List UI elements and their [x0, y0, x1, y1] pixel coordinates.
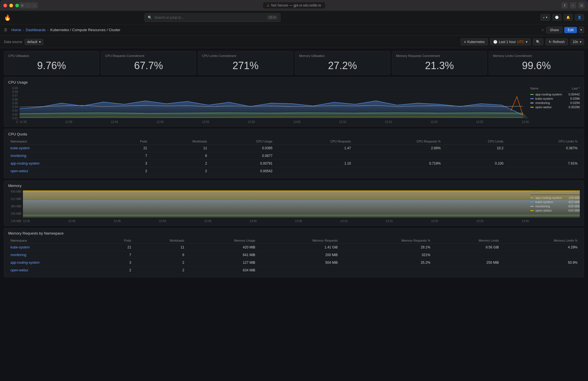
col-workloads: Workloads	[149, 139, 209, 144]
app-routing-val: 0.00442	[568, 93, 580, 96]
cpu-requests-cell: 1.10	[275, 160, 353, 167]
legend-last-col: Last *	[572, 87, 580, 90]
grafana-logo-icon[interactable]: 🔥	[4, 14, 11, 21]
cpu-req-value: 67.7%	[105, 60, 192, 72]
maximize-button[interactable]	[15, 4, 19, 7]
pods-cell: 2	[113, 167, 149, 175]
cpu-chart-area: 0.09 0.08 0.07 0.06 0.05 0.04 0.03 0.02 …	[8, 87, 529, 124]
mem-requests-pct-cell: 29.1%	[340, 244, 433, 251]
sidebar-toggle-icon[interactable]: ⊞	[19, 2, 25, 8]
plus-button[interactable]: + ▾	[540, 14, 550, 21]
cpu-requests-pct-cell	[353, 152, 443, 160]
share-button[interactable]: Share	[546, 27, 563, 33]
clock-icon: 🕐	[555, 16, 559, 19]
stat-card-mem-limits: Memory Limits Commitment 99.6%	[489, 51, 584, 75]
memory-title: Memory	[8, 184, 580, 188]
zoom-icon: 🔍	[536, 40, 540, 44]
namespace-cell[interactable]: monitoring	[8, 251, 101, 259]
col-cpu-limits: CPU Limits	[443, 139, 506, 144]
open-webui-color	[530, 107, 534, 108]
cpu-quota-table: Namespace Pods Workloads CPU Usage CPU R…	[8, 139, 580, 175]
namespace-cell[interactable]: open-webui	[8, 267, 101, 274]
legend-item-kube-system: kube-system 0.0396	[530, 97, 580, 100]
memory-requests-header-row: Namespace Pods Workloads Memory Usage Me…	[8, 238, 580, 244]
breadcrumb-sep-2: ›	[47, 28, 48, 32]
cpu-requests-cell	[275, 152, 353, 160]
mem-req-title: Memory Requests Commitment	[396, 54, 483, 58]
address-bar: ⚠ Not Secure — gpt-ui-sdv.netlib.re	[263, 2, 325, 8]
pods-cell: 7	[113, 152, 149, 160]
refresh-interval-select[interactable]: 10s ▾	[570, 39, 584, 45]
cpu-limits-cell	[443, 152, 506, 160]
cpu-usage-panel: CPU Usage 0.09 0.08 0.07 0.06 0.05 0.04 …	[4, 77, 584, 127]
clock-icon: 🕐	[493, 40, 497, 44]
grid-icon[interactable]: ⊞	[578, 2, 585, 8]
memory-plot	[23, 190, 580, 218]
avatar-button[interactable]: 👤	[575, 14, 584, 21]
home-link[interactable]: Home	[11, 28, 21, 32]
dashboards-link[interactable]: Dashboards	[26, 28, 46, 32]
share-icon[interactable]: ⬆	[561, 2, 568, 8]
namespace-cell[interactable]: app-routing-system	[8, 160, 113, 167]
nav-right: ☆ Share Edit ▾	[541, 27, 584, 33]
col-cpu-usage: CPU Usage	[209, 139, 275, 144]
mem-monitoring-name: monitoring	[535, 205, 550, 208]
mem-lim-title: Memory Limits Commitment	[493, 54, 580, 58]
data-source-select[interactable]: default ▾	[25, 39, 43, 45]
mem-open-webui-val: 634 MiB	[568, 209, 580, 212]
namespace-cell[interactable]: open-webui	[8, 167, 113, 175]
refresh-label: Refresh	[553, 40, 565, 44]
mem-limits-cell: 250 MiB	[433, 259, 501, 267]
new-tab-icon[interactable]: +	[570, 2, 576, 8]
plus-chevron-icon: ▾	[546, 16, 548, 19]
minimize-button[interactable]	[9, 4, 13, 7]
namespace-cell[interactable]: app-routing-system	[8, 259, 101, 267]
mem-kube-system-val: 422 MiB	[568, 200, 580, 204]
bell-button[interactable]: 🔔	[564, 14, 573, 21]
cpu-requests-pct-cell: 2.68%	[353, 144, 443, 152]
cpu-limits-cell: 0.100	[443, 160, 506, 167]
cpu-limits-cell	[443, 167, 506, 175]
grafana-header: 🔥 🔍 Search or jump to... ⌘+k + ▾ 🕐 🔔 👤	[0, 11, 588, 24]
back-icon[interactable]: ‹	[25, 2, 31, 8]
mem-legend-open-webui: open-webui 634 MiB	[530, 209, 580, 212]
pods-cell: 21	[101, 244, 134, 251]
plus-icon: +	[543, 16, 545, 19]
refresh-button[interactable]: ↻ Refresh	[546, 39, 568, 45]
cpu-usage-title: CPU Usage	[8, 80, 580, 84]
table-row: open-webui 2 2 634 MiB	[8, 267, 580, 274]
namespace-cell[interactable]: kube-system	[8, 144, 113, 152]
cpu-requests-pct-cell: 0.719%	[353, 160, 443, 167]
hamburger-icon[interactable]: ☰	[4, 28, 7, 32]
cpu-quota-header-row: Namespace Pods Workloads CPU Usage CPU R…	[8, 139, 580, 144]
namespace-cell[interactable]: monitoring	[8, 152, 113, 160]
mem-limits-pct-cell: 4.29%	[501, 244, 580, 251]
forward-icon[interactable]: ›	[31, 2, 38, 8]
dashboard: CPU Utilisation 9.76% CPU Requests Commi…	[0, 48, 588, 381]
close-button[interactable]	[3, 4, 7, 7]
zoom-out-button[interactable]: 🔍	[533, 39, 543, 45]
monitoring-name: monitoring	[535, 101, 550, 105]
mem-util-title: Memory Utilisation	[299, 54, 386, 58]
edit-chevron-button[interactable]: ▾	[579, 27, 584, 33]
time-range-button[interactable]: 🕐 Last 1 hour UTC ▾	[490, 39, 531, 45]
legend-name-col: Name	[530, 87, 538, 90]
cpu-usage-chart: 0.09 0.08 0.07 0.06 0.05 0.04 0.03 0.02 …	[8, 87, 580, 124]
mem-app-routing-val: 128 MiB	[568, 196, 580, 199]
kubernetes-button[interactable]: ≡ Kubernetes	[461, 39, 488, 45]
star-icon[interactable]: ☆	[541, 28, 544, 32]
kube-system-color	[530, 98, 534, 99]
time-chevron-icon: ▾	[526, 40, 527, 44]
kubernetes-label: Kubernetes	[467, 40, 485, 44]
lock-icon: ⚠	[267, 4, 269, 7]
mem-monitoring-color	[530, 206, 534, 207]
mem-requests-cell	[257, 267, 340, 274]
stat-card-mem-requests: Memory Requests Commitment 21.3%	[392, 51, 487, 75]
pods-cell: 3	[113, 160, 149, 167]
edit-button[interactable]: Edit	[564, 27, 577, 33]
search-bar[interactable]: 🔍 Search or jump to... ⌘+k	[145, 13, 280, 22]
cpu-x-axis: 12:35 12:40 12:45 12:50 12:55 13:00 13:0…	[20, 118, 529, 124]
mem-requests-cell: 200 MiB	[257, 251, 340, 259]
namespace-cell[interactable]: kube-system	[8, 244, 101, 251]
clock-button[interactable]: 🕐	[552, 14, 561, 21]
